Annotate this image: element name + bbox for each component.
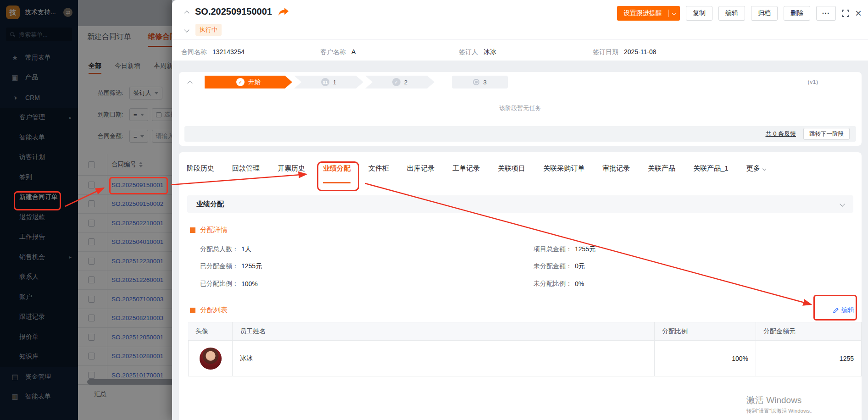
allocation-detail-grid: 分配总人数：1人已分配金额：1255元已分配比例：100% 项目总金额：1255… xyxy=(179,241,862,297)
set-followup-reminder-button[interactable]: 设置跟进提醒 xyxy=(617,6,680,21)
feedback-link[interactable]: 共 0 条反馈 xyxy=(766,130,796,138)
stage-empty-text: 该阶段暂无任务 xyxy=(179,104,862,112)
detail-tab[interactable]: 关联产品_1 xyxy=(693,164,729,183)
summary-fields: 合同名称132143254 客户名称A 签订人冰冰 签订日期2025-11-08 xyxy=(172,44,868,61)
allocation-detail-header: 分配详情 xyxy=(190,226,862,234)
action-button[interactable]: 删除 xyxy=(784,6,810,21)
chevron-down-icon xyxy=(672,11,676,15)
next-stage-button[interactable]: 跳转下一阶段 xyxy=(803,128,850,140)
detail-tab[interactable]: 工单记录 xyxy=(452,164,480,183)
detail-tab[interactable]: 出库记录 xyxy=(407,164,434,183)
chevron-down-icon xyxy=(840,201,845,206)
circle-icon xyxy=(473,79,479,85)
detail-drawer: SO.202509150001 执行中 设置跟进提醒 复制编辑归档删除 ··· xyxy=(172,0,868,420)
section-bullet-icon xyxy=(190,308,195,313)
allocation-list-header: 分配列表 编辑 xyxy=(190,306,854,315)
fullscreen-icon[interactable] xyxy=(842,10,849,17)
action-button[interactable]: 复制 xyxy=(686,6,712,21)
avatar xyxy=(200,348,222,370)
action-button[interactable]: 归档 xyxy=(751,6,778,21)
stage-step-2[interactable]: ✓ 2 xyxy=(365,76,434,88)
app-root: 技 技术支持... ⇄ ★ 常用表单 ▣ 产品 ◑ CRM xyxy=(0,0,868,420)
stage-footer: 共 0 条反馈 跳转下一阶段 xyxy=(184,126,856,142)
page-title: SO.202509150001 xyxy=(195,6,272,17)
chevron-down-icon[interactable] xyxy=(184,27,189,32)
table-header-row: 头像员工姓名分配比例分配金额元 xyxy=(188,322,862,341)
drawer-header: SO.202509150001 执行中 设置跟进提醒 复制编辑归档删除 ··· xyxy=(172,0,868,61)
section-bullet-icon xyxy=(190,227,195,233)
collapse-stage-icon[interactable] xyxy=(187,81,192,86)
stage-card: ✓ 开始 01 1 ✓ 2 3 (v1) 该阶段暂无任务 共 0 xyxy=(179,72,862,146)
status-badge: 执行中 xyxy=(195,24,222,36)
column-header: 头像 xyxy=(188,322,233,340)
column-header: 员工姓名 xyxy=(233,322,655,340)
check-icon: ✓ xyxy=(236,78,245,86)
step-number-badge: 01 xyxy=(321,78,329,86)
header-divider xyxy=(172,39,868,40)
tab-more[interactable]: 更多 xyxy=(746,164,766,183)
detail-field: 项目总金额：1255元 xyxy=(534,241,595,258)
modal-overlay[interactable] xyxy=(0,0,172,420)
action-button[interactable]: 编辑 xyxy=(718,6,745,21)
detail-field: 已分配金额：1255元 xyxy=(200,258,262,276)
close-icon[interactable]: × xyxy=(855,8,862,19)
detail-tab[interactable]: 业绩分配 xyxy=(323,164,351,183)
amount-cell: 1255 xyxy=(756,341,862,376)
column-header: 分配比例 xyxy=(655,322,756,340)
detail-main-card: 阶段历史回款管理开票历史业绩分配文件柜出库记录工单记录关联项目关联采购订单审批记… xyxy=(179,152,862,420)
detail-tab[interactable]: 审批记录 xyxy=(602,164,630,183)
table-row: 冰冰 100% 1255 xyxy=(188,341,862,376)
detail-tab[interactable]: 回款管理 xyxy=(232,164,260,183)
stage-steps: ✓ 开始 01 1 ✓ 2 3 xyxy=(205,76,510,88)
detail-tab[interactable]: 文件柜 xyxy=(368,164,389,183)
detail-tab[interactable]: 关联采购订单 xyxy=(543,164,584,183)
detail-tab[interactable]: 阶段历史 xyxy=(187,164,214,183)
chevron-up-icon[interactable] xyxy=(184,11,189,16)
section-collapse-bar[interactable]: 业绩分配 xyxy=(187,195,853,213)
pencil-icon xyxy=(833,307,839,314)
detail-tabs: 阶段历史回款管理开票历史业绩分配文件柜出库记录工单记录关联项目关联采购订单审批记… xyxy=(179,152,862,185)
column-header: 分配金额元 xyxy=(756,322,862,340)
chevron-down-icon xyxy=(762,166,766,170)
share-forward-icon[interactable] xyxy=(278,8,289,16)
detail-field: 已分配比例：100% xyxy=(200,275,262,293)
stage-step-3[interactable]: 3 xyxy=(452,76,508,88)
detail-tab[interactable]: 开票历史 xyxy=(278,164,305,183)
allocation-table: 头像员工姓名分配比例分配金额元 冰冰 100% 1255 xyxy=(188,322,862,376)
drawer-actions: 设置跟进提醒 复制编辑归档删除 ··· × xyxy=(617,6,862,21)
detail-field: 未分配比例：0% xyxy=(534,275,595,293)
detail-field: 分配总人数：1人 xyxy=(200,241,262,258)
detail-field: 未分配金额：0元 xyxy=(534,258,595,276)
check-icon: ✓ xyxy=(392,78,401,86)
stage-step-start[interactable]: ✓ 开始 xyxy=(205,76,292,88)
detail-tab[interactable]: 关联产品 xyxy=(648,164,675,183)
stage-step-1[interactable]: 01 1 xyxy=(294,76,363,88)
edit-allocation-link[interactable]: 编辑 xyxy=(833,306,854,315)
stage-version: (v1) xyxy=(808,78,818,85)
more-actions-button[interactable]: ··· xyxy=(816,6,836,21)
employee-name-cell: 冰冰 xyxy=(233,341,655,376)
detail-tab[interactable]: 关联项目 xyxy=(498,164,525,183)
ratio-cell: 100% xyxy=(655,341,756,376)
